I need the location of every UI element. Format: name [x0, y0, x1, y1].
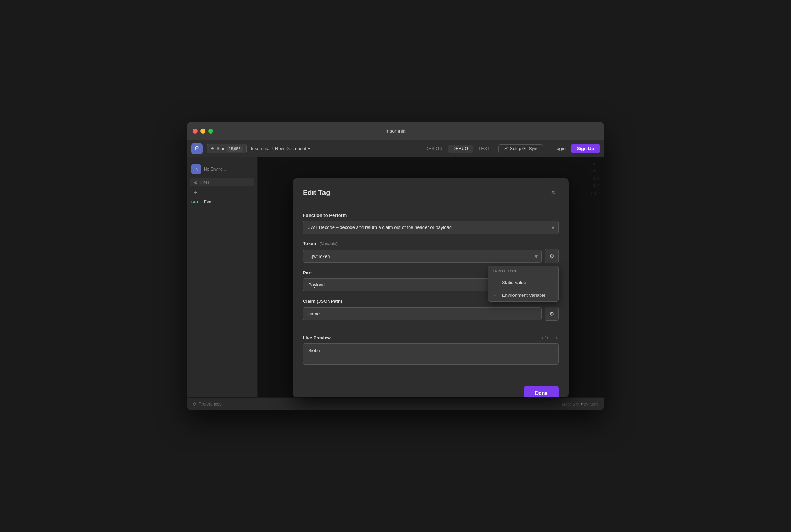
- claim-gear-button[interactable]: ⚙: [545, 307, 559, 321]
- star-count: 25,955: [227, 146, 243, 152]
- function-select-wrapper: JWT Decode – decode and return a claim o…: [303, 221, 559, 234]
- preferences-section[interactable]: ⚙ Preferences: [193, 402, 222, 407]
- doc-name-label: New Document: [275, 146, 306, 151]
- env-variable-label: Environment Variable: [502, 292, 545, 298]
- breadcrumb-doc[interactable]: New Document ▾: [275, 146, 310, 151]
- doc-chevron-icon: ▾: [308, 146, 310, 151]
- claim-row: ⚙: [303, 307, 559, 321]
- app-logo: [191, 143, 203, 154]
- git-icon: ⎇: [503, 146, 508, 151]
- maximize-traffic-light[interactable]: [208, 129, 213, 134]
- star-button[interactable]: ★ Star 25,955: [207, 144, 247, 153]
- modal-body: Function to Perform JWT Decode – decode …: [293, 204, 569, 380]
- star-label: Star: [217, 146, 224, 151]
- close-traffic-light[interactable]: [193, 129, 198, 134]
- env-icon: ⌂: [191, 164, 201, 174]
- method-badge: GET: [191, 200, 201, 204]
- filter-placeholder: Filter: [200, 180, 209, 185]
- edit-tag-modal: Edit Tag × Function to Perform JWT Decod…: [293, 178, 569, 397]
- refresh-button[interactable]: refresh ↻: [541, 336, 559, 341]
- star-icon: ★: [211, 146, 215, 151]
- preview-value: Siebe: [308, 348, 320, 353]
- git-sync-button[interactable]: ⎇ Setup Git Sync: [498, 144, 543, 153]
- dropdown-header: INPUT TYPE: [488, 266, 558, 276]
- token-select-wrapper: _.jwtToken ▾: [303, 250, 542, 263]
- request-name: Exa...: [204, 200, 215, 205]
- function-label: Function to Perform: [303, 213, 559, 218]
- right-panel: ⌘ Enter ⌘ L ⌘ K ⌘ E ^ ⇧ ⌘ / Edit Tag ×: [258, 157, 604, 397]
- breadcrumb-app[interactable]: Insomnia: [251, 146, 270, 151]
- static-value-label: Static Value: [502, 280, 526, 285]
- nav-tabs: DESIGN DEBUG TEST: [421, 145, 494, 153]
- dropdown-item-static[interactable]: Static Value: [488, 276, 558, 289]
- filter-icon: ⊘: [194, 180, 198, 185]
- token-sublabel: (Variable): [320, 241, 338, 246]
- login-button[interactable]: Login: [551, 144, 568, 153]
- token-label: Token (Variable): [303, 241, 559, 246]
- token-row: _.jwtToken ▾ ⚙ INPUT TYPE: [303, 249, 559, 263]
- prefs-gear-icon: ⚙: [193, 402, 197, 407]
- modal-footer: Done: [293, 380, 569, 397]
- git-sync-label: Setup Git Sync: [510, 146, 538, 151]
- app-window: Insomnia ★ Star 25,955 Insomnia / New Do…: [187, 122, 604, 410]
- env-check-icon: ✓: [493, 292, 499, 298]
- titlebar: Insomnia: [187, 122, 604, 140]
- sidebar-env: ⌂ No Enviro...: [187, 161, 257, 177]
- done-button[interactable]: Done: [524, 386, 559, 397]
- breadcrumb: Insomnia / New Document ▾: [251, 146, 417, 151]
- live-preview-label: Live Preview: [303, 335, 331, 341]
- refresh-icon: ↻: [555, 336, 559, 341]
- env-label: No Enviro...: [204, 167, 226, 172]
- input-type-dropdown: INPUT TYPE Static Value ✓ Environment Va…: [488, 266, 559, 302]
- topnav: ★ Star 25,955 Insomnia / New Document ▾ …: [187, 140, 604, 157]
- modal-close-button[interactable]: ×: [547, 187, 559, 198]
- heart-icon: ♥: [581, 402, 583, 406]
- tab-debug[interactable]: DEBUG: [448, 145, 473, 153]
- filter-bar[interactable]: ⊘ Filter: [190, 178, 254, 186]
- titlebar-title: Insomnia: [386, 128, 406, 134]
- function-select[interactable]: JWT Decode – decode and return a claim o…: [303, 221, 559, 234]
- token-gear-button[interactable]: ⚙: [545, 249, 559, 263]
- app-footer: ⚙ Preferences Made with ♥ by Kong: [187, 397, 604, 410]
- divider: [303, 328, 559, 328]
- claim-input[interactable]: [303, 307, 542, 320]
- add-request-button[interactable]: +: [191, 188, 200, 197]
- modal-overlay: Edit Tag × Function to Perform JWT Decod…: [258, 157, 604, 397]
- live-preview-box: Siebe: [303, 343, 559, 365]
- tab-design[interactable]: DESIGN: [421, 145, 447, 153]
- main-content: ⌂ No Enviro... ⊘ Filter + GET Exa... ⌘ E…: [187, 157, 604, 397]
- tab-test[interactable]: TEST: [474, 145, 494, 153]
- token-select[interactable]: _.jwtToken: [303, 250, 542, 263]
- live-preview-group: Live Preview refresh ↻ Siebe: [303, 335, 559, 365]
- preferences-label: Preferences: [199, 402, 222, 407]
- footer-credit: Made with ♥ by Kong: [562, 402, 598, 406]
- dropdown-item-env[interactable]: ✓ Environment Variable: [488, 289, 558, 301]
- token-group: Token (Variable) _.jwtToken ▾: [303, 241, 559, 263]
- modal-header: Edit Tag ×: [293, 178, 569, 204]
- function-group: Function to Perform JWT Decode – decode …: [303, 213, 559, 234]
- svg-point-0: [195, 146, 198, 149]
- breadcrumb-separator: /: [271, 146, 273, 151]
- minimize-traffic-light[interactable]: [200, 129, 205, 134]
- modal-title: Edit Tag: [303, 189, 330, 197]
- traffic-lights: [193, 129, 213, 134]
- signup-button[interactable]: Sign Up: [571, 144, 600, 153]
- list-item[interactable]: GET Exa...: [187, 197, 257, 207]
- refresh-label: refresh: [541, 336, 554, 341]
- claim-group: Claim (JSONPath) ⚙: [303, 298, 559, 321]
- live-preview-header: Live Preview refresh ↻: [303, 335, 559, 341]
- auth-buttons: Login Sign Up: [551, 144, 600, 153]
- sidebar: ⌂ No Enviro... ⊘ Filter + GET Exa...: [187, 157, 258, 397]
